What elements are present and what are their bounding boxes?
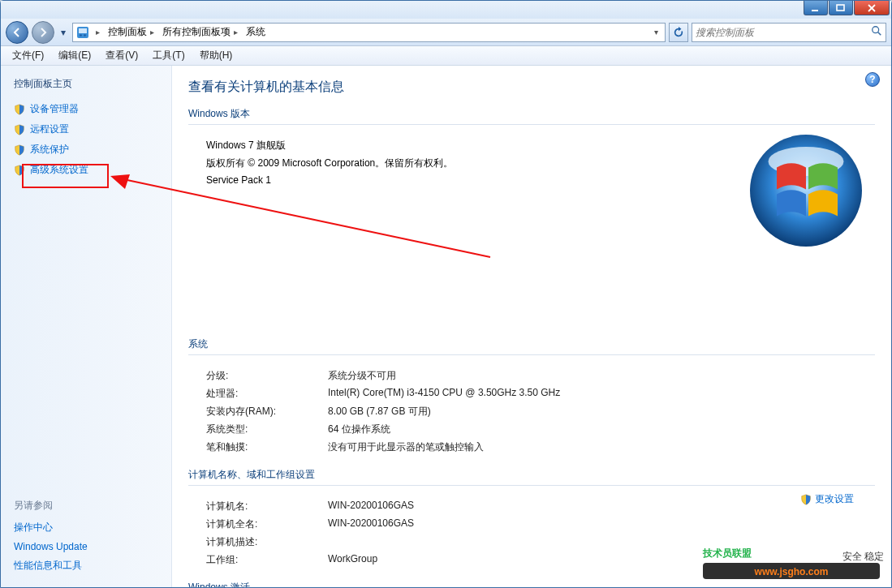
search-icon xyxy=(871,25,882,39)
section-title: 系统 xyxy=(188,337,875,351)
help-icon[interactable]: ? xyxy=(865,72,880,87)
crumb-control-panel[interactable]: 控制面板▸ xyxy=(106,24,156,41)
sidebar-item-advanced-system-settings[interactable]: 高级系统设置 xyxy=(14,160,163,180)
refresh-button[interactable] xyxy=(669,23,688,42)
kv-key: 处理器: xyxy=(206,387,328,401)
svg-point-8 xyxy=(873,27,879,33)
see-also-section: 另请参阅 操作中心 Windows Update 性能信息和工具 xyxy=(14,499,160,576)
kv-key: 分级: xyxy=(206,369,328,383)
seealso-performance-info[interactable]: 性能信息和工具 xyxy=(14,556,160,576)
window-body: 控制面板主页 设备管理器 远程设置 系统保护 高级系统设置 另请参阅 操作中心 … xyxy=(1,66,891,587)
svg-rect-5 xyxy=(79,28,87,33)
section-title: Windows 版本 xyxy=(188,107,875,121)
kv-key: 计算机全名: xyxy=(206,517,328,531)
svg-point-7 xyxy=(84,34,86,36)
titlebar xyxy=(1,1,891,19)
kv-row: 分级:系统分级不可用 xyxy=(206,369,875,383)
svg-rect-0 xyxy=(812,10,818,11)
system-properties-window: ▾ ▸ 控制面板▸ 所有控制面板项▸ 系统 ▾ 文件(F) 编辑(E) 查看(V… xyxy=(0,0,892,588)
svg-line-9 xyxy=(878,32,881,36)
menu-view[interactable]: 查看(V) xyxy=(99,46,144,65)
kv-row: 工作组:WorkGroup xyxy=(206,553,875,567)
kv-value: Intel(R) Core(TM) i3-4150 CPU @ 3.50GHz … xyxy=(328,387,560,401)
kv-key: 计算机名: xyxy=(206,500,328,513)
kv-key: 工作组: xyxy=(206,553,328,567)
minimize-button[interactable] xyxy=(804,1,828,15)
menu-help[interactable]: 帮助(H) xyxy=(193,46,239,65)
nav-history-dropdown[interactable]: ▾ xyxy=(58,24,69,41)
close-button[interactable] xyxy=(854,1,890,15)
kv-key: 安装内存(RAM): xyxy=(206,405,328,418)
section-system: 系统 分级:系统分级不可用处理器:Intel(R) Core(TM) i3-41… xyxy=(188,337,875,463)
windows-logo-icon xyxy=(745,130,867,251)
page-title: 查看有关计算机的基本信息 xyxy=(188,79,875,96)
section-windows-edition: Windows 版本 xyxy=(188,107,875,333)
kv-value: 没有可用于此显示器的笔或触控输入 xyxy=(328,440,484,454)
forward-button[interactable] xyxy=(32,21,54,44)
rating-link[interactable]: 系统分级不可用 xyxy=(328,369,396,383)
seealso-action-center[interactable]: 操作中心 xyxy=(14,517,160,538)
crumb-all-items[interactable]: 所有控制面板项▸ xyxy=(161,24,239,41)
kv-row: 系统类型:64 位操作系统 xyxy=(206,423,875,436)
search-input[interactable] xyxy=(696,27,871,38)
menu-file[interactable]: 文件(F) xyxy=(6,46,50,65)
sidebar: 控制面板主页 设备管理器 远程设置 系统保护 高级系统设置 另请参阅 操作中心 … xyxy=(1,66,171,587)
control-panel-home-link[interactable]: 控制面板主页 xyxy=(14,77,163,91)
kv-row: 计算机描述: xyxy=(206,535,875,549)
kv-key: 计算机描述: xyxy=(206,535,328,549)
section-activation: Windows 激活 Windows 已激活 产品 ID: 00426-OEM-… xyxy=(188,581,875,587)
shield-icon xyxy=(800,494,812,505)
sidebar-item-label: 设备管理器 xyxy=(30,102,79,116)
back-button[interactable] xyxy=(6,21,28,44)
divider xyxy=(188,124,875,125)
kv-row: 处理器:Intel(R) Core(TM) i3-4150 CPU @ 3.50… xyxy=(206,387,875,401)
content-pane: ? 查看有关计算机的基本信息 Windows 版本 xyxy=(171,66,891,587)
sidebar-item-system-protection[interactable]: 系统保护 xyxy=(14,139,163,160)
divider xyxy=(188,485,875,486)
shield-icon xyxy=(14,124,25,135)
shield-icon xyxy=(14,104,25,115)
section-title: 计算机名称、域和工作组设置 xyxy=(188,468,875,482)
sidebar-item-label: 高级系统设置 xyxy=(30,163,88,177)
crumb-root[interactable]: ▸ xyxy=(94,26,101,38)
control-panel-icon xyxy=(76,26,89,39)
menu-bar: 文件(F) 编辑(E) 查看(V) 工具(T) 帮助(H) xyxy=(1,46,891,66)
seealso-windows-update[interactable]: Windows Update xyxy=(14,538,160,556)
kv-value: WIN-20200106GAS xyxy=(328,517,414,531)
sidebar-item-device-manager[interactable]: 设备管理器 xyxy=(14,99,163,119)
shield-icon xyxy=(14,144,25,156)
search-box[interactable] xyxy=(692,23,886,42)
kv-row: 计算机名:WIN-20200106GAS xyxy=(206,500,875,513)
kv-value: 64 位操作系统 xyxy=(328,423,390,436)
kv-key: 系统类型: xyxy=(206,423,328,436)
sidebar-item-label: 远程设置 xyxy=(30,122,69,136)
sidebar-item-remote-settings[interactable]: 远程设置 xyxy=(14,119,163,139)
see-also-title: 另请参阅 xyxy=(14,499,160,513)
divider xyxy=(188,354,875,355)
address-bar[interactable]: ▸ 控制面板▸ 所有控制面板项▸ 系统 ▾ xyxy=(72,23,666,42)
kv-row: 笔和触摸:没有可用于此显示器的笔或触控输入 xyxy=(206,440,875,454)
change-settings-link[interactable]: 更改设置 xyxy=(800,492,854,506)
menu-edit[interactable]: 编辑(E) xyxy=(52,46,97,65)
maximize-button[interactable] xyxy=(829,1,853,15)
svg-rect-1 xyxy=(837,5,844,11)
kv-value: WIN-20200106GAS xyxy=(328,500,414,513)
section-computer-name: 计算机名称、域和工作组设置 更改设置 计算机名:WIN-20200106GAS计… xyxy=(188,468,875,576)
kv-row: 安装内存(RAM):8.00 GB (7.87 GB 可用) xyxy=(206,405,875,418)
kv-key: 笔和触摸: xyxy=(206,440,328,454)
section-title: Windows 激活 xyxy=(188,581,875,587)
kv-value: WorkGroup xyxy=(328,553,377,567)
kv-row: 计算机全名:WIN-20200106GAS xyxy=(206,517,875,531)
svg-point-6 xyxy=(80,34,82,36)
sidebar-item-label: 系统保护 xyxy=(30,143,69,157)
crumb-system[interactable]: 系统 xyxy=(244,24,267,41)
navigation-bar: ▾ ▸ 控制面板▸ 所有控制面板项▸ 系统 ▾ xyxy=(1,19,891,46)
menu-tools[interactable]: 工具(T) xyxy=(146,46,191,65)
shield-icon xyxy=(14,165,25,176)
kv-value: 8.00 GB (7.87 GB 可用) xyxy=(328,405,431,418)
address-dropdown[interactable]: ▾ xyxy=(651,28,661,36)
